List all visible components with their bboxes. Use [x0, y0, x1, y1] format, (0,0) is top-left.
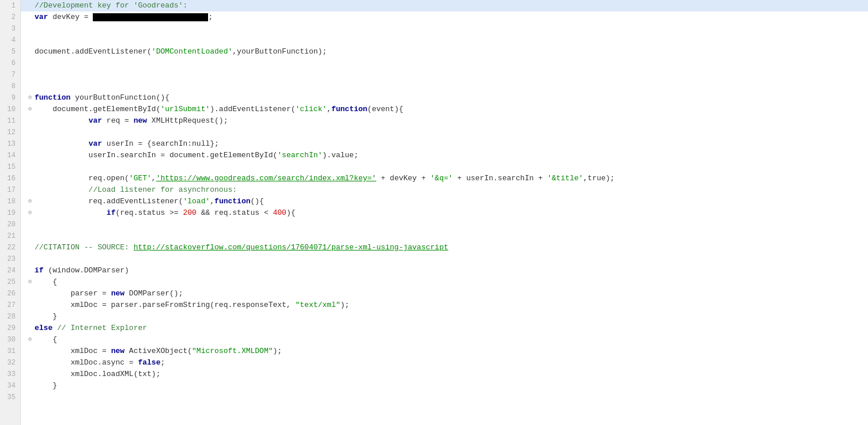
fold-gutter [25, 357, 35, 369]
fold-icon[interactable]: ⊝ [25, 196, 35, 207]
fold-gutter [25, 219, 35, 230]
fold-gutter [25, 288, 35, 299]
code-line: xmlDoc = parser.parseFromString(req.resp… [21, 299, 868, 311]
fold-gutter [25, 265, 35, 276]
fold-icon[interactable]: ⊝ [25, 207, 35, 219]
code-editor: 1 2 3 4 5 6 7 8 9 10 11 12 13 14 15 16 1… [0, 0, 868, 425]
fold-gutter [25, 184, 35, 196]
code-line [21, 253, 868, 265]
fold-gutter [25, 299, 35, 311]
code-line [21, 23, 868, 35]
code-line: var userIn = {searchIn:null}; [21, 138, 868, 150]
code-line: ⊝ function yourButtonFunction(){ [21, 92, 868, 104]
code-line: ⊝ document.getElementById('urlSubmit').a… [21, 104, 868, 115]
fold-gutter [25, 12, 35, 23]
code-content[interactable]: //Development key for 'Goodreads': var d… [21, 0, 868, 425]
code-line: xmlDoc.loadXML(txt); [21, 369, 868, 380]
code-line [21, 69, 868, 81]
code-line: var devKey = ; [21, 12, 868, 23]
fold-gutter [25, 69, 35, 81]
code-line [21, 58, 868, 69]
fold-gutter [25, 253, 35, 265]
fold-gutter [25, 173, 35, 184]
code-line: //Development key for 'Goodreads': [21, 0, 868, 12]
code-line: //Load listener for asynchronous: [21, 184, 868, 196]
code-line: req.open('GET','https://www.goodreads.co… [21, 173, 868, 184]
code-line: //CITATION -- SOURCE: http://stackoverfl… [21, 242, 868, 253]
code-line: userIn.searchIn = document.getElementByI… [21, 150, 868, 161]
code-line: } [21, 380, 868, 392]
fold-icon[interactable]: ⊝ [25, 276, 35, 288]
fold-gutter [25, 58, 35, 69]
redacted-value [93, 13, 208, 21]
line-numbers: 1 2 3 4 5 6 7 8 9 10 11 12 13 14 15 16 1… [0, 0, 21, 425]
code-line: if (window.DOMParser) [21, 265, 868, 276]
code-line [21, 161, 868, 173]
fold-gutter [25, 127, 35, 138]
fold-gutter [25, 81, 35, 92]
code-line [21, 127, 868, 138]
code-line [21, 392, 868, 403]
fold-icon[interactable]: ⊝ [25, 92, 35, 104]
fold-gutter [25, 242, 35, 253]
fold-gutter [25, 115, 35, 127]
code-line: ⊝ { [21, 334, 868, 346]
code-line: else // Internet Explorer [21, 322, 868, 334]
fold-gutter [25, 346, 35, 357]
code-line: ⊝ if(req.status >= 200 && req.status < 4… [21, 207, 868, 219]
code-line: ⊝ req.addEventListener('load',function()… [21, 196, 868, 207]
fold-gutter [25, 23, 35, 35]
fold-gutter [25, 380, 35, 392]
code-line: ⊝ { [21, 276, 868, 288]
code-line [21, 230, 868, 242]
code-line [21, 81, 868, 92]
fold-gutter [25, 161, 35, 173]
code-line: parser = new DOMParser(); [21, 288, 868, 299]
code-line: document.addEventListener('DOMContentLoa… [21, 46, 868, 58]
code-line [21, 35, 868, 46]
fold-gutter [25, 0, 35, 12]
fold-icon[interactable]: ⊝ [25, 334, 35, 346]
fold-gutter [25, 322, 35, 334]
code-line: var req = new XMLHttpRequest(); [21, 115, 868, 127]
fold-gutter [25, 150, 35, 161]
fold-gutter [25, 138, 35, 150]
code-line [21, 219, 868, 230]
fold-gutter [25, 392, 35, 403]
fold-gutter [25, 311, 35, 322]
code-line: xmlDoc.async = false; [21, 357, 868, 369]
fold-gutter [25, 46, 35, 58]
fold-icon[interactable]: ⊝ [25, 104, 35, 115]
code-line: } [21, 311, 868, 322]
fold-gutter [25, 230, 35, 242]
fold-gutter [25, 35, 35, 46]
code-area: 1 2 3 4 5 6 7 8 9 10 11 12 13 14 15 16 1… [0, 0, 868, 425]
code-line: xmlDoc = new ActiveXObject("Microsoft.XM… [21, 346, 868, 357]
fold-gutter [25, 369, 35, 380]
